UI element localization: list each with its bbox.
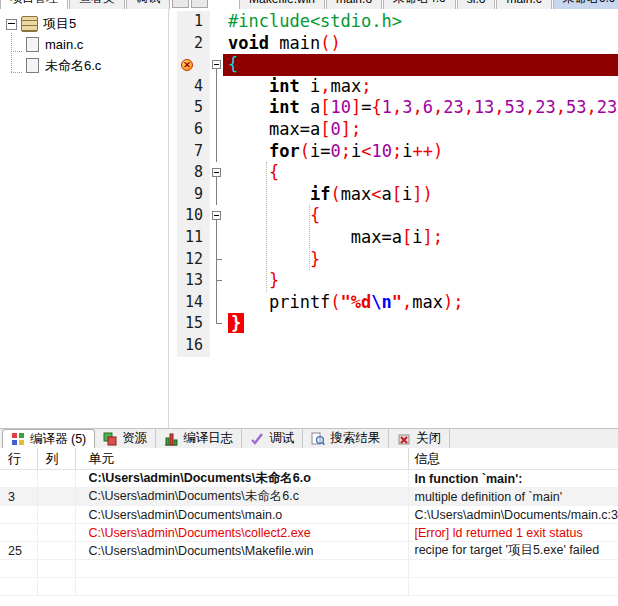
output-tab-编译日志[interactable]: 编译日志 [156, 429, 242, 448]
file-tab-si.o[interactable]: si.o [457, 0, 496, 9]
editor-line-8[interactable]: 8 { [177, 162, 618, 184]
message-row[interactable] [0, 560, 618, 578]
message-row[interactable] [0, 578, 618, 596]
file-tab-未命名4.o[interactable]: 未命名4.o [383, 0, 456, 9]
fold-margin[interactable] [210, 205, 223, 227]
fold-line [216, 119, 217, 141]
message-row[interactable]: C:\Users\admin\Documents\未命名6.oIn functi… [0, 470, 618, 488]
code-token: { [269, 162, 279, 182]
fold-margin[interactable] [210, 335, 223, 357]
code-token: main [269, 33, 320, 53]
output-tab-关闭[interactable]: 关闭 [389, 429, 450, 448]
column-header-col[interactable]: 列 [37, 448, 75, 470]
editor-line-5[interactable]: 5 int a[10]={1,3,6,23,13,53,23,53,23,13 [177, 97, 618, 119]
code-token: a [310, 119, 320, 139]
fold-collapse-icon[interactable] [212, 211, 221, 220]
code-token: ; [341, 141, 351, 161]
panel-tab-项目管理[interactable]: 项目管理 [0, 0, 68, 9]
editor-line-4[interactable]: 4 int i,max; [177, 76, 618, 98]
collapse-minus-icon[interactable] [6, 19, 17, 30]
editor-line-6[interactable]: 6 max=a[0]; [177, 119, 618, 141]
cell-info: multiple definition of `main' [408, 488, 618, 506]
message-row[interactable]: 3C:\Users\admin\Documents\未命名6.cmultiple… [0, 488, 618, 506]
file-tab-未命名6.c[interactable]: 未命名6.c [553, 0, 618, 9]
code-token: , [412, 97, 422, 117]
code-editor[interactable]: 1#include<stdio.h>2void main()✕{4 int i,… [177, 9, 618, 428]
fold-collapse-icon[interactable] [212, 60, 221, 69]
compile-log-icon [164, 432, 178, 446]
fold-margin[interactable] [210, 11, 223, 33]
fold-margin[interactable] [210, 162, 223, 184]
cell-line [0, 578, 37, 596]
column-header-info[interactable]: 信息 [408, 448, 618, 470]
code-token: "%d [341, 292, 372, 312]
fold-margin[interactable] [210, 292, 223, 314]
tab-scroll-button-left[interactable] [172, 0, 189, 8]
message-row[interactable]: 25C:\Users\admin\Documents\Makefile.winr… [0, 542, 618, 560]
editor-line-10[interactable]: 10 { [177, 205, 618, 227]
fold-line [216, 292, 217, 314]
code-token [228, 162, 269, 182]
output-tab-编译器 (5)[interactable]: 编译器 (5) [2, 429, 95, 448]
cell-col [37, 524, 75, 542]
fold-margin[interactable] [210, 270, 223, 292]
code-token: = [320, 141, 330, 161]
code-token: void [228, 33, 269, 53]
tab-scroll-button-right[interactable] [191, 0, 208, 8]
code-token: [ [320, 119, 330, 139]
file-tab-main.o[interactable]: main.o [326, 0, 382, 9]
code-token: < [371, 184, 381, 204]
fold-margin[interactable] [210, 313, 223, 335]
tree-item-main.c[interactable]: main.c [0, 34, 168, 55]
message-row[interactable]: C:\Users\admin\Documents\collect2.exe[Er… [0, 524, 618, 542]
top-tab-strip-inner: 项目管理查看类调试 Makefile.winmain.o未命名4.osi.oma… [0, 0, 618, 9]
editor-line-2[interactable]: 2void main() [177, 33, 618, 55]
editor-line-9[interactable]: 9 if(max<a[i]) [177, 184, 618, 206]
editor-line-12[interactable]: 12 } [177, 249, 618, 271]
fold-margin[interactable] [210, 227, 223, 249]
fold-margin[interactable] [210, 76, 223, 98]
file-tab-Makefile.win[interactable]: Makefile.win [239, 0, 325, 9]
fold-margin[interactable] [210, 249, 223, 271]
fold-margin[interactable] [210, 119, 223, 141]
panel-tab-group: 项目管理查看类调试 [0, 0, 171, 9]
tree-root-project[interactable]: 项目5 [0, 14, 168, 34]
editor-line-14[interactable]: 14 printf("%d\n",max); [177, 292, 618, 314]
editor-line-13[interactable]: 13 } [177, 270, 618, 292]
cell-info [408, 578, 618, 596]
tree-item-未命名6.c[interactable]: 未命名6.c [0, 55, 168, 76]
error-breakpoint-icon[interactable]: ✕ [181, 59, 193, 71]
editor-line-7[interactable]: 7 for(i=0;i<10;i++) [177, 141, 618, 163]
column-header-unit[interactable]: 单元 [75, 448, 408, 470]
line-number: 4 [177, 76, 210, 98]
output-tab-调试[interactable]: 调试 [242, 429, 303, 448]
output-tab-搜索结果[interactable]: 搜索结果 [303, 429, 389, 448]
code-token: #include<stdio.h> [228, 11, 402, 31]
output-tab-资源[interactable]: 资源 [95, 429, 156, 448]
file-tab-main.c[interactable]: main.c [496, 0, 551, 9]
editor-line-16[interactable]: 16 [177, 335, 618, 357]
fold-margin[interactable] [210, 33, 223, 55]
code-token: i [310, 141, 320, 161]
editor-line-1[interactable]: 1#include<stdio.h> [177, 11, 618, 33]
message-row[interactable]: C:\Users\admin\Documents\main.oC:\Users\… [0, 506, 618, 524]
fold-end-tick [216, 259, 222, 260]
cell-info: [Error] ld returned 1 exit status [408, 524, 618, 542]
editor-line-3[interactable]: ✕{ [177, 54, 618, 76]
panel-tab-调试[interactable]: 调试 [126, 0, 170, 9]
fold-margin[interactable] [210, 97, 223, 119]
column-header-line[interactable]: 行 [0, 448, 37, 470]
fold-margin[interactable] [210, 141, 223, 163]
panel-tab-查看类[interactable]: 查看类 [69, 0, 125, 9]
fold-margin[interactable] [210, 54, 223, 76]
editor-line-15[interactable]: 15} [177, 313, 618, 335]
line-number: 15 [177, 313, 210, 335]
fold-line [216, 69, 217, 76]
fold-margin[interactable] [210, 184, 223, 206]
editor-line-11[interactable]: 11 max=a[i]; [177, 227, 618, 249]
tab-strip-gap [209, 0, 239, 9]
line-number: 1 [177, 11, 210, 33]
code-token: i [402, 141, 412, 161]
fold-collapse-icon[interactable] [212, 168, 221, 177]
indent-guide [309, 205, 310, 270]
